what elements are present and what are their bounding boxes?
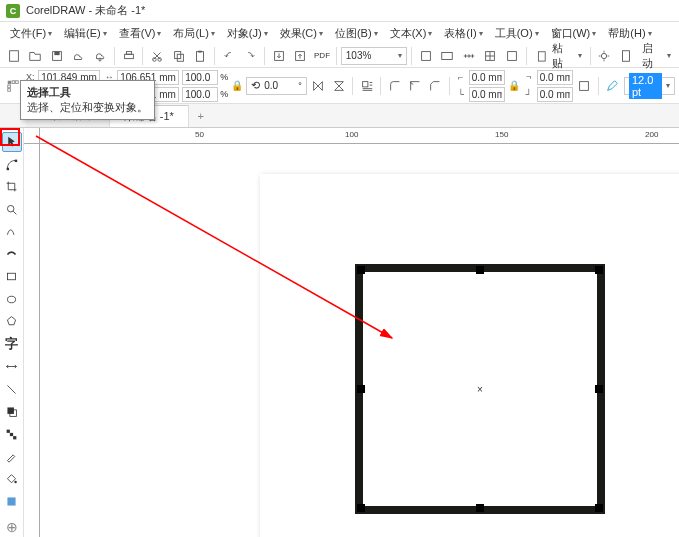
chamfer-corner-button[interactable] [427, 76, 444, 96]
selection-handle-tm[interactable] [476, 266, 484, 274]
save-button[interactable] [47, 46, 67, 66]
page-setup-button[interactable] [616, 46, 636, 66]
polygon-tool[interactable] [2, 312, 22, 332]
transparency-tool[interactable] [2, 425, 22, 445]
paste-dropdown[interactable]: 粘贴▾ [531, 47, 586, 65]
separator [598, 77, 599, 95]
selection-handle-tl[interactable] [357, 266, 365, 274]
eyedropper-tool[interactable] [2, 447, 22, 467]
cloud-button[interactable] [69, 46, 89, 66]
crop-tool[interactable] [2, 177, 22, 197]
freehand-tool[interactable] [2, 222, 22, 242]
separator [142, 47, 143, 65]
svg-rect-36 [13, 436, 16, 439]
shape-tool[interactable] [2, 155, 22, 175]
artistic-media-tool[interactable] [2, 245, 22, 265]
drop-shadow-tool[interactable] [2, 402, 22, 422]
horizontal-ruler[interactable]: 50 100 150 200 [40, 128, 679, 144]
cut-button[interactable] [147, 46, 167, 66]
menu-file[interactable]: 文件(F)▾ [4, 24, 58, 43]
zoom-input[interactable] [346, 50, 394, 61]
separator [449, 77, 450, 95]
settings-button[interactable] [595, 46, 615, 66]
selection-handle-ml[interactable] [357, 385, 365, 393]
svg-rect-32 [7, 408, 14, 415]
selection-handle-bl[interactable] [357, 504, 365, 512]
canvas-area[interactable]: 50 100 150 200 × [24, 128, 679, 537]
fullscreen-button[interactable] [416, 46, 436, 66]
rotation-combo[interactable]: ⟲° [246, 77, 307, 95]
pdf-button[interactable]: PDF [312, 46, 332, 66]
menu-tools[interactable]: 工具(O)▾ [489, 24, 545, 43]
svg-rect-19 [622, 50, 629, 61]
scallop-corner-button[interactable] [406, 76, 423, 96]
import-button[interactable] [269, 46, 289, 66]
undo-button[interactable] [219, 46, 239, 66]
drawing-stage[interactable]: × [40, 144, 679, 537]
round-corner-button[interactable] [386, 76, 403, 96]
menu-layout[interactable]: 布局(L)▾ [167, 24, 220, 43]
new-button[interactable] [4, 46, 24, 66]
launch-dropdown[interactable]: 启动▾ [638, 47, 675, 65]
smart-fill-tool[interactable] [2, 492, 22, 512]
menu-text[interactable]: 文本(X)▾ [384, 24, 439, 43]
vertical-ruler[interactable] [24, 144, 40, 537]
menu-edit[interactable]: 编辑(E)▾ [58, 24, 113, 43]
connector-tool[interactable] [2, 380, 22, 400]
pick-tool[interactable] [2, 132, 22, 152]
export-button[interactable] [291, 46, 311, 66]
zoom-tool[interactable] [2, 200, 22, 220]
mirror-h-button[interactable] [310, 76, 327, 96]
grid-button[interactable] [480, 46, 500, 66]
selection-handle-mr[interactable] [595, 385, 603, 393]
redo-button[interactable] [241, 46, 261, 66]
ellipse-tool[interactable] [2, 290, 22, 310]
tab-add-button[interactable]: + [189, 105, 213, 127]
selection-handle-br[interactable] [595, 504, 603, 512]
ruler-button[interactable] [459, 46, 479, 66]
copy-button[interactable] [169, 46, 189, 66]
selection-handle-bm[interactable] [476, 504, 484, 512]
menu-effects[interactable]: 效果(C)▾ [274, 24, 329, 43]
sy-input[interactable] [182, 87, 218, 102]
sx-input[interactable] [182, 70, 218, 85]
cloud-down-button[interactable] [90, 46, 110, 66]
rectangle-object[interactable]: × [355, 264, 605, 514]
outline-width-combo[interactable]: 12.0 pt▾ [624, 77, 675, 95]
svg-rect-30 [7, 274, 15, 281]
mirror-v-button[interactable] [330, 76, 347, 96]
corner-tl-input[interactable] [469, 70, 505, 85]
text-tool[interactable]: 字 [2, 335, 22, 355]
guides-button[interactable] [502, 46, 522, 66]
quick-customize-button[interactable]: ⊕ [2, 518, 22, 537]
selection-handle-tr[interactable] [595, 266, 603, 274]
ruler-mark: 100 [345, 130, 358, 139]
menu-table[interactable]: 表格(I)▾ [438, 24, 488, 43]
tooltip-title: 选择工具 [27, 85, 148, 100]
svg-point-18 [602, 53, 607, 58]
paste-button[interactable] [190, 46, 210, 66]
corner-tr-input[interactable] [537, 70, 573, 85]
app-logo-icon: C [6, 4, 20, 18]
rectangle-tool[interactable] [2, 267, 22, 287]
open-button[interactable] [26, 46, 46, 66]
menu-bitmap[interactable]: 位图(B)▾ [329, 24, 384, 43]
preview-button[interactable] [437, 46, 457, 66]
fill-tool[interactable] [2, 470, 22, 490]
lock-ratio-icon[interactable]: 🔒 [231, 80, 243, 91]
ruler-corner[interactable] [24, 128, 40, 144]
menu-object[interactable]: 对象(J)▾ [221, 24, 274, 43]
rotation-input[interactable] [264, 80, 294, 91]
corner-br-icon: ┘ [523, 89, 535, 99]
origin-grid-icon[interactable] [4, 76, 21, 96]
corner-lock-icon[interactable]: 🔒 [508, 80, 520, 91]
corner-bl-input[interactable] [469, 87, 505, 102]
wrap-text-button[interactable] [358, 76, 375, 96]
corner-br-input[interactable] [537, 87, 573, 102]
menu-view[interactable]: 查看(V)▾ [113, 24, 168, 43]
print-button[interactable] [119, 46, 139, 66]
svg-rect-25 [362, 81, 367, 86]
zoom-combo[interactable]: ▾ [341, 47, 407, 65]
parallel-dim-tool[interactable] [2, 357, 22, 377]
relative-corner-button[interactable] [576, 76, 593, 96]
